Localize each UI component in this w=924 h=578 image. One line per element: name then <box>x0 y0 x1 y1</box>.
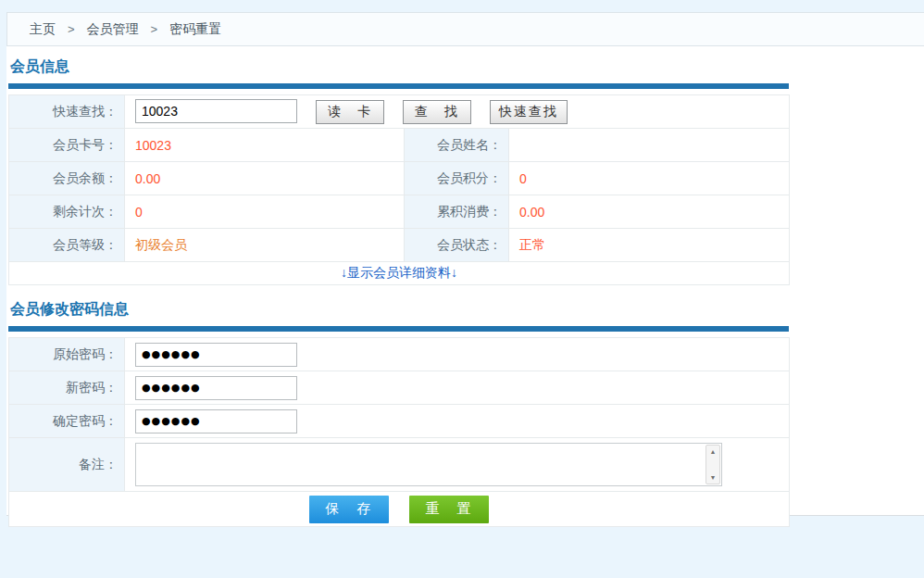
table-row: 快速查找： 读 卡 查 找 快速查找 <box>9 95 790 129</box>
breadcrumb-home[interactable]: 主页 <box>30 21 56 38</box>
member-status-value: 正常 <box>509 229 790 262</box>
member-info-section-title: 会员信息 <box>10 57 789 77</box>
original-password-input[interactable] <box>135 343 297 367</box>
remark-input[interactable] <box>136 444 705 485</box>
breadcrumb-password-reset[interactable]: 密码重置 <box>169 21 221 38</box>
password-form-table: 原始密码： 新密码： 确定密码： 备注： <box>8 337 790 527</box>
member-info-table: 快速查找： 读 卡 查 找 快速查找 会员卡号： 10023 会员姓名： 会员余… <box>8 94 790 285</box>
card-number-label: 会员卡号： <box>9 129 125 162</box>
action-bar: 保 存 重 置 <box>9 496 789 523</box>
find-button[interactable]: 查 找 <box>403 100 471 124</box>
table-row: 会员余额： 0.00 会员积分： 0 <box>9 162 790 195</box>
member-grade-label: 会员等级： <box>9 229 125 262</box>
password-section-divider <box>8 326 789 332</box>
breadcrumb-member-management[interactable]: 会员管理 <box>87 21 139 38</box>
balance-value: 0.00 <box>125 162 405 195</box>
scroll-up-icon[interactable]: ▲ <box>710 448 717 455</box>
breadcrumb-separator: > <box>68 22 75 36</box>
card-number-value: 10023 <box>125 129 405 162</box>
table-row: 确定密码： <box>9 405 790 438</box>
table-row: 新密码： <box>9 371 790 405</box>
points-label: 会员积分： <box>405 162 509 195</box>
member-grade-value: 初级会员 <box>125 229 405 262</box>
breadcrumb-separator: > <box>151 22 158 36</box>
scroll-down-icon[interactable]: ▼ <box>710 474 717 481</box>
show-member-detail-link[interactable]: ↓显示会员详细资料↓ <box>341 265 457 280</box>
new-password-input[interactable] <box>135 376 297 400</box>
content-panel: 会员信息 快速查找： 读 卡 查 找 快速查找 会员卡号： 10023 会员姓名… <box>6 46 924 516</box>
member-name-label: 会员姓名： <box>405 129 509 162</box>
original-password-label: 原始密码： <box>9 338 125 371</box>
table-row: 原始密码： <box>9 338 790 371</box>
table-row: ↓显示会员详细资料↓ <box>9 262 790 285</box>
member-info-section-divider <box>8 83 789 89</box>
quick-find-button[interactable]: 快速查找 <box>490 100 568 124</box>
remaining-times-label: 剩余计次： <box>9 195 125 229</box>
confirm-password-input[interactable] <box>135 409 297 434</box>
confirm-password-label: 确定密码： <box>9 405 125 438</box>
textarea-scrollbar[interactable]: ▲ ▼ <box>705 445 720 484</box>
remark-label: 备注： <box>9 438 125 492</box>
remaining-times-value: 0 <box>125 195 405 229</box>
new-password-label: 新密码： <box>9 371 125 405</box>
points-value: 0 <box>509 162 790 195</box>
quick-find-label: 快速查找： <box>9 95 125 129</box>
reset-button[interactable]: 重 置 <box>409 496 489 523</box>
save-button[interactable]: 保 存 <box>309 496 389 523</box>
total-consumption-label: 累积消费： <box>405 195 509 229</box>
table-row: 会员卡号： 10023 会员姓名： <box>9 129 790 162</box>
read-card-button[interactable]: 读 卡 <box>316 100 384 124</box>
table-row: 备注： ▲ ▼ <box>9 438 790 492</box>
table-row: 剩余计次： 0 累积消费： 0.00 <box>9 195 790 229</box>
breadcrumb: 主页 > 会员管理 > 密码重置 <box>6 12 924 46</box>
total-consumption-value: 0.00 <box>509 195 790 229</box>
member-status-label: 会员状态： <box>405 229 509 262</box>
table-row: 会员等级： 初级会员 会员状态： 正常 <box>9 229 790 262</box>
password-section-title: 会员修改密码信息 <box>10 300 789 320</box>
balance-label: 会员余额： <box>9 162 125 195</box>
quick-find-input[interactable] <box>135 99 297 123</box>
member-name-value <box>509 129 790 162</box>
remark-field-wrapper: ▲ ▼ <box>135 443 722 486</box>
table-row: 保 存 重 置 <box>9 492 790 527</box>
